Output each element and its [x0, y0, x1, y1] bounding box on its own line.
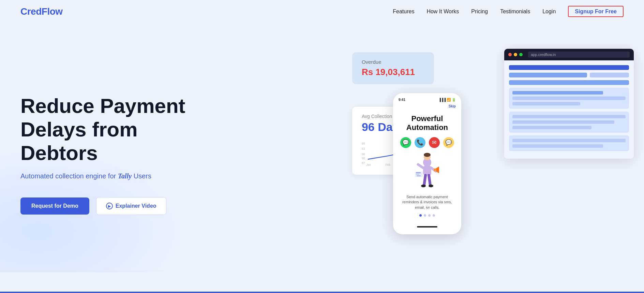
phone-pagination-dots: [399, 214, 456, 217]
video-label: Explainer Video: [116, 203, 156, 209]
logo[interactable]: CredFlow: [20, 6, 63, 17]
overdue-card: Overdue Rs 19,03,611: [352, 52, 434, 84]
browser-bar: app.credflow.in: [504, 49, 634, 60]
hero-title: Reduce Payment Delays from Debtors: [20, 94, 198, 165]
phone-mockup: 9:41 ▐▐▐ 📶 🔋 Skip Powerful Automation 💬 …: [393, 93, 461, 234]
dot-4: [433, 214, 435, 217]
svg-rect-24: [417, 175, 421, 176]
block-row-2: [512, 97, 626, 100]
browser-mockup: app.credflow.in: [504, 49, 634, 159]
svg-text:90: 90: [362, 157, 365, 160]
dot-red: [508, 53, 512, 56]
demo-button[interactable]: Request for Demo: [20, 197, 89, 215]
svg-point-20: [429, 185, 433, 187]
block3-row-2: [512, 144, 603, 148]
subtitle-suffix: Users: [132, 172, 151, 180]
phone-status-bar: 9:41 ▐▐▐ 📶 🔋: [393, 98, 461, 104]
email-icon: ✉: [429, 137, 440, 148]
block2-row-2: [512, 120, 614, 124]
block2-row-1: [512, 115, 626, 118]
svg-text:87: 87: [362, 161, 365, 165]
svg-line-18: [429, 175, 430, 185]
phone-home-bar: [417, 226, 437, 228]
dot-3: [428, 214, 431, 217]
video-button[interactable]: ▶ Explainer Video: [96, 197, 166, 215]
overdue-amount: Rs 19,03,611: [362, 67, 424, 77]
svg-rect-23: [416, 174, 419, 175]
browser-row-1: [509, 65, 629, 70]
nav-testimonials[interactable]: Testimonials: [500, 9, 530, 14]
phone-signals: ▐▐▐ 📶 🔋: [438, 98, 456, 102]
chat-icon: 💬: [443, 137, 454, 148]
browser-block-1: [509, 88, 629, 109]
nav-signup[interactable]: Signup For Free: [568, 6, 624, 17]
phone-title: Powerful Automation: [399, 114, 456, 132]
subtitle-prefix: Automated collection engine for: [20, 172, 118, 180]
svg-point-11: [424, 153, 431, 157]
phone-call-icon: 📞: [415, 137, 425, 148]
svg-rect-22: [416, 172, 421, 173]
browser-col-1: [509, 73, 587, 77]
nav-features[interactable]: Features: [393, 9, 414, 14]
browser-block-2: [509, 112, 629, 133]
hero-left: Reduce Payment Delays from Debtors Autom…: [20, 94, 352, 215]
svg-text:96: 96: [362, 152, 365, 156]
phone-time: 9:41: [399, 98, 405, 102]
overdue-label: Overdue: [362, 59, 424, 65]
bottom-border: [0, 292, 644, 293]
dot-2: [424, 214, 426, 217]
hero-subtitle: Automated collection engine for Tally Us…: [20, 172, 352, 180]
svg-rect-12: [423, 166, 431, 175]
nav-links: Features How It Works Pricing Testimonia…: [393, 9, 624, 15]
nav-login[interactable]: Login: [542, 9, 556, 14]
browser-block-3: [509, 135, 629, 151]
svg-point-19: [421, 185, 426, 187]
phone-skip[interactable]: Skip: [393, 104, 461, 109]
phone-content: Powerful Automation 💬 📞 ✉ 💬: [393, 109, 461, 221]
block-row-1: [512, 91, 603, 94]
svg-line-13: [418, 164, 423, 168]
browser-content: [504, 60, 634, 159]
svg-text:Jan: Jan: [366, 163, 371, 166]
whatsapp-icon: 💬: [400, 137, 411, 148]
block-row-3: [512, 102, 580, 105]
svg-rect-16: [434, 169, 436, 171]
browser-row-2: [509, 80, 629, 85]
nav-how-it-works[interactable]: How It Works: [426, 9, 459, 14]
browser-url: app.credflow.in: [528, 52, 630, 58]
svg-text:93: 93: [362, 147, 365, 150]
subtitle-tally: Tally: [118, 172, 132, 180]
phone-icons-row: 💬 📞 ✉ 💬: [399, 137, 456, 148]
dot-1: [419, 214, 422, 217]
block3-row-1: [512, 139, 626, 142]
nav-pricing[interactable]: Pricing: [471, 9, 488, 14]
block2-row-3: [512, 126, 591, 129]
hero-right: Overdue Rs 19,03,611 Avg Collection R...…: [352, 39, 624, 270]
browser-col-2: [590, 73, 629, 77]
phone-description: Send automatic payment reminders & invoi…: [399, 194, 456, 210]
hero-section: Reduce Payment Delays from Debtors Autom…: [0, 23, 644, 272]
navbar: CredFlow Features How It Works Pricing T…: [0, 0, 644, 23]
svg-text:99: 99: [362, 142, 365, 145]
hero-buttons: Request for Demo ▶ Explainer Video: [20, 197, 352, 215]
person-illustration: [412, 153, 443, 190]
dot-green: [519, 53, 523, 56]
svg-line-17: [424, 175, 425, 185]
play-icon: ▶: [106, 203, 113, 209]
dot-yellow: [514, 53, 517, 56]
svg-text:Feb: Feb: [385, 163, 390, 166]
